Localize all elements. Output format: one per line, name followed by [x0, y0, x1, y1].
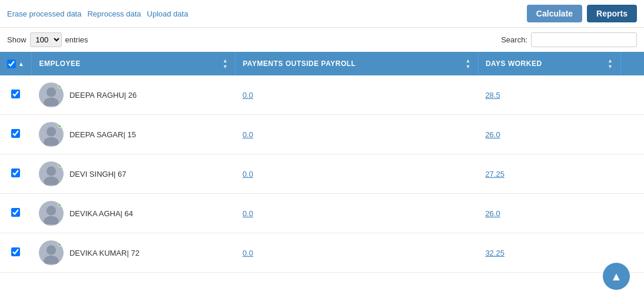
days-cell: 26.0 [478, 194, 620, 233]
row-checkbox-cell [0, 194, 32, 233]
th-employee[interactable]: EMPLOYEE ▲▼ [32, 52, 235, 75]
payments-value[interactable]: 0.0 [243, 91, 253, 100]
action-cell [620, 75, 644, 115]
days-value[interactable]: 26.0 [485, 130, 500, 139]
avatar-status-dot [58, 242, 62, 246]
svg-point-8 [47, 245, 56, 255]
payments-cell: 0.0 [235, 75, 478, 115]
table-header-row: ▲ EMPLOYEE ▲▼ PAYMENTS OUTSIDE PAYROLL ▲… [0, 52, 644, 75]
employee-cell: DEVIKA KUMAR| 72 [32, 233, 235, 273]
employee-name: DEVI SINGH| 67 [69, 170, 127, 179]
payments-sort-icon: ▲▼ [465, 58, 470, 70]
avatar [39, 201, 64, 226]
avatar-status-dot [58, 163, 62, 167]
employee-cell: DEEPA SAGAR| 15 [32, 115, 235, 154]
th-checkbox: ▲ [0, 52, 32, 75]
calculate-button[interactable]: Calculate [527, 5, 582, 22]
action-cell [620, 194, 644, 233]
table-row: DEEPA SAGAR| 15 0.0 26.0 [0, 115, 644, 154]
days-value[interactable]: 28.5 [485, 91, 500, 100]
payments-cell: 0.0 [235, 194, 478, 233]
show-label: Show [7, 35, 26, 44]
svg-point-6 [47, 206, 56, 215]
row-checkbox[interactable] [11, 247, 20, 256]
reports-button[interactable]: Reports [587, 5, 637, 22]
row-checkbox-cell [0, 233, 32, 273]
table-row: DEVIKA AGHA| 64 0.0 26.0 [0, 194, 644, 233]
days-value[interactable]: 32.25 [485, 249, 504, 257]
erase-link[interactable]: Erase processed data [7, 9, 81, 18]
employee-name: DEEPA RAGHU| 26 [69, 91, 137, 100]
table-row: DEVIKA KUMAR| 72 0.0 32.25 [0, 233, 644, 273]
select-all-checkbox[interactable] [7, 60, 16, 68]
employee-name: DEVIKA AGHA| 64 [69, 209, 133, 218]
table-row: DEVI SINGH| 67 0.0 27.25 [0, 154, 644, 194]
th-days-label: DAYS WORKED [486, 60, 542, 68]
row-checkbox[interactable] [11, 90, 20, 98]
days-cell: 26.0 [478, 115, 620, 154]
payments-value[interactable]: 0.0 [243, 249, 253, 257]
svg-point-2 [47, 127, 56, 136]
svg-point-0 [47, 87, 56, 97]
avatar-status-dot [58, 202, 62, 207]
reprocess-link[interactable]: Reprocess data [87, 9, 141, 18]
svg-point-9 [44, 256, 58, 264]
top-bar-links: Erase processed data Reprocess data Uplo… [7, 9, 188, 18]
payments-value[interactable]: 0.0 [243, 130, 253, 139]
data-table: ▲ EMPLOYEE ▲▼ PAYMENTS OUTSIDE PAYROLL ▲… [0, 52, 644, 273]
days-cell: 32.25 [478, 233, 620, 273]
table-row: DEEPA RAGHU| 26 0.0 28.5 [0, 75, 644, 115]
days-value[interactable]: 27.25 [485, 170, 504, 179]
controls-row: Show 10 25 50 100 entries Search: [0, 28, 644, 52]
row-checkbox[interactable] [11, 129, 20, 138]
avatar [39, 240, 64, 265]
th-action [620, 52, 644, 75]
top-bar: Erase processed data Reprocess data Uplo… [0, 0, 644, 28]
th-payments-label: PAYMENTS OUTSIDE PAYROLL [243, 60, 356, 68]
avatar [39, 82, 64, 107]
entries-select[interactable]: 10 25 50 100 [30, 32, 62, 47]
days-value[interactable]: 26.0 [485, 209, 500, 218]
table-body: DEEPA RAGHU| 26 0.0 28.5 DEEPA SAG [0, 75, 644, 273]
svg-point-3 [44, 137, 58, 146]
row-checkbox[interactable] [11, 168, 20, 177]
avatar-status-dot [58, 84, 62, 88]
avatar-status-dot [58, 123, 62, 128]
row-checkbox-cell [0, 154, 32, 194]
top-bar-buttons: Calculate Reports [527, 5, 637, 22]
employee-sort-icon: ▲▼ [223, 58, 228, 70]
employee-cell: DEEPA RAGHU| 26 [32, 75, 235, 115]
days-sort-icon: ▲▼ [608, 58, 613, 70]
svg-point-7 [44, 216, 58, 224]
upload-link[interactable]: Upload data [147, 9, 188, 18]
action-cell [620, 154, 644, 194]
avatar [39, 161, 64, 186]
show-entries: Show 10 25 50 100 entries [7, 32, 88, 47]
search-input[interactable] [531, 32, 637, 47]
employee-name: DEEPA SAGAR| 15 [69, 130, 136, 139]
th-days[interactable]: DAYS WORKED ▲▼ [478, 52, 620, 75]
employee-cell: DEVI SINGH| 67 [32, 154, 235, 194]
days-cell: 28.5 [478, 75, 620, 115]
svg-point-1 [44, 98, 58, 106]
employee-name: DEVIKA KUMAR| 72 [69, 249, 140, 257]
payments-cell: 0.0 [235, 233, 478, 273]
days-cell: 27.25 [478, 154, 620, 194]
row-checkbox[interactable] [11, 208, 20, 217]
employee-cell: DEVIKA AGHA| 64 [32, 194, 235, 233]
payments-value[interactable]: 0.0 [243, 209, 253, 218]
avatar [39, 122, 64, 147]
payments-cell: 0.0 [235, 154, 478, 194]
svg-point-5 [44, 177, 58, 185]
search-label: Search: [501, 35, 527, 44]
payments-cell: 0.0 [235, 115, 478, 154]
search-box: Search: [501, 32, 637, 47]
th-payments[interactable]: PAYMENTS OUTSIDE PAYROLL ▲▼ [235, 52, 478, 75]
row-checkbox-cell [0, 115, 32, 154]
action-cell [620, 115, 644, 154]
th-employee-label: EMPLOYEE [39, 60, 81, 68]
svg-point-4 [47, 166, 56, 176]
entries-label: entries [65, 35, 88, 44]
row-checkbox-cell [0, 75, 32, 115]
payments-value[interactable]: 0.0 [243, 170, 253, 179]
